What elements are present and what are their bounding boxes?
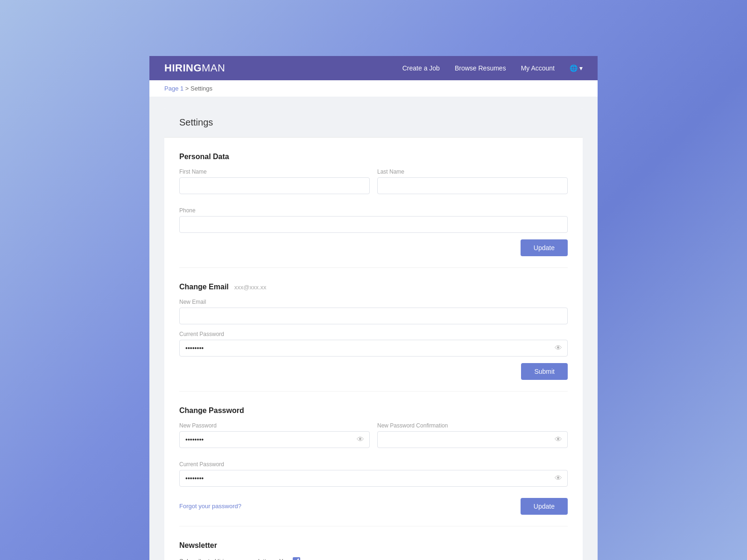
- settings-header: Settings: [164, 108, 583, 138]
- first-name-label: First Name: [179, 168, 370, 175]
- change-password-title: Change Password: [179, 406, 568, 415]
- breadcrumb-separator: >: [183, 85, 190, 92]
- phone-group: Phone: [179, 207, 568, 233]
- nav-my-account[interactable]: My Account: [521, 64, 555, 72]
- change-email-actions: Submit: [179, 363, 568, 380]
- globe-arrow-icon: ▾: [579, 64, 583, 72]
- new-password-eye-icon[interactable]: 👁: [357, 436, 364, 443]
- newsletter-checkbox[interactable]: [293, 557, 300, 560]
- change-email-submit-button[interactable]: Submit: [521, 363, 568, 380]
- change-password-current-eye-icon[interactable]: 👁: [555, 475, 562, 482]
- personal-data-section: Personal Data First Name Last Name Phone: [179, 153, 568, 268]
- new-email-label: New Email: [179, 299, 568, 305]
- new-password-confirm-label: New Password Confirmation: [377, 422, 568, 429]
- brand-name-bold: HIRING: [164, 62, 202, 74]
- change-email-title: Change Email: [179, 283, 229, 291]
- globe-icon: 🌐: [570, 64, 578, 72]
- first-name-group: First Name: [179, 168, 370, 194]
- change-password-section: Change Password New Password 👁 New Passw…: [179, 406, 568, 526]
- last-name-group: Last Name: [377, 168, 568, 194]
- new-password-input[interactable]: [179, 431, 370, 448]
- change-password-current-label: Current Password: [179, 461, 568, 468]
- change-password-update-button[interactable]: Update: [521, 498, 568, 515]
- new-password-row: New Password 👁 New Password Confirmation…: [179, 422, 568, 455]
- new-password-confirm-wrapper: 👁: [377, 431, 568, 448]
- new-email-input[interactable]: [179, 308, 568, 324]
- change-password-current-wrapper: 👁: [179, 470, 568, 487]
- change-password-current-group: Current Password 👁: [179, 461, 568, 487]
- page-wrapper: HIRINGMAN Create a Job Browse Resumes My…: [149, 56, 598, 560]
- newsletter-subscribe-row: Subscribe to Hiringman newsletter Yes: [179, 557, 568, 560]
- newsletter-yes-label: Yes: [279, 558, 289, 560]
- newsletter-title: Newsletter: [179, 541, 568, 550]
- first-name-input[interactable]: [179, 177, 370, 194]
- new-password-group: New Password 👁: [179, 422, 370, 448]
- breadcrumb-home-link[interactable]: Page 1: [164, 85, 183, 92]
- email-current-password-input[interactable]: [179, 340, 568, 357]
- email-current-password-wrapper: 👁: [179, 340, 568, 357]
- breadcrumb: Page 1 > Settings: [149, 80, 598, 97]
- last-name-input[interactable]: [377, 177, 568, 194]
- newsletter-subscribe-label: Subscribe to Hiringman newsletter: [179, 558, 272, 560]
- nav-create-job[interactable]: Create a Job: [402, 64, 440, 72]
- navbar: HIRINGMAN Create a Job Browse Resumes My…: [149, 56, 598, 80]
- change-email-section: Change Email xxx@xxx.xx New Email Curren…: [179, 283, 568, 392]
- new-password-wrapper: 👁: [179, 431, 370, 448]
- new-password-confirm-group: New Password Confirmation 👁: [377, 422, 568, 448]
- change-password-actions: Update: [521, 498, 568, 515]
- settings-title: Settings: [179, 117, 568, 128]
- phone-input[interactable]: [179, 216, 568, 233]
- navbar-nav: Create a Job Browse Resumes My Account 🌐…: [402, 64, 583, 72]
- brand-name-light: MAN: [202, 62, 225, 74]
- change-email-title-row: Change Email xxx@xxx.xx: [179, 283, 568, 291]
- newsletter-section: Newsletter Subscribe to Hiringman newsle…: [179, 541, 568, 560]
- last-name-label: Last Name: [377, 168, 568, 175]
- new-email-group: New Email: [179, 299, 568, 324]
- settings-card: Settings Personal Data First Name Last N…: [164, 108, 583, 560]
- change-password-current-input[interactable]: [179, 470, 568, 487]
- personal-data-update-button[interactable]: Update: [521, 239, 568, 256]
- personal-data-title: Personal Data: [179, 153, 568, 161]
- nav-language-selector[interactable]: 🌐 ▾: [570, 64, 583, 72]
- personal-data-actions: Update: [179, 239, 568, 256]
- brand-logo: HIRINGMAN: [164, 62, 225, 74]
- settings-container: Settings Personal Data First Name Last N…: [149, 97, 598, 560]
- phone-label: Phone: [179, 207, 568, 214]
- new-password-confirm-input[interactable]: [377, 431, 568, 448]
- settings-body: Personal Data First Name Last Name Phone: [164, 138, 583, 560]
- email-password-eye-icon[interactable]: 👁: [555, 344, 562, 352]
- new-password-confirm-eye-icon[interactable]: 👁: [555, 436, 562, 443]
- nav-browse-resumes[interactable]: Browse Resumes: [455, 64, 506, 72]
- change-email-hint: xxx@xxx.xx: [234, 284, 267, 291]
- breadcrumb-current: Settings: [190, 85, 212, 92]
- email-current-password-label: Current Password: [179, 331, 568, 337]
- new-password-label: New Password: [179, 422, 370, 429]
- email-current-password-group: Current Password 👁: [179, 331, 568, 357]
- name-row: First Name Last Name: [179, 168, 568, 201]
- forgot-password-link[interactable]: Forgot your password?: [179, 503, 241, 510]
